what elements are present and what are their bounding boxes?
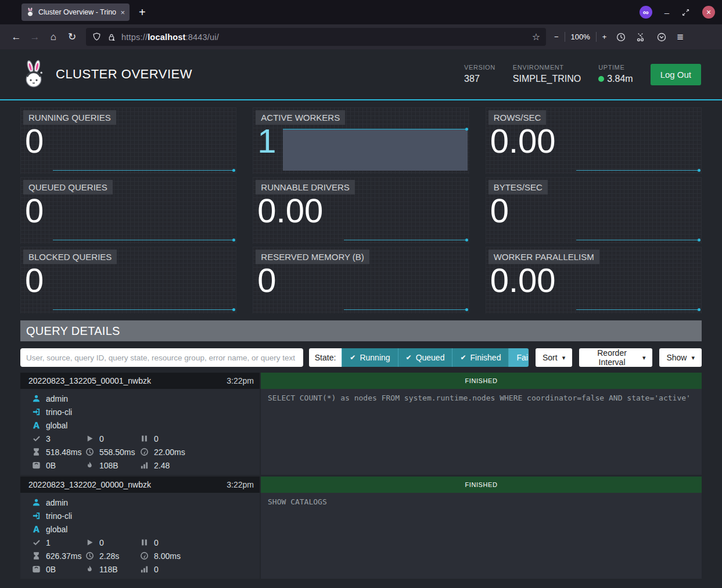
zoom-controls: − 100% + [554, 32, 606, 42]
zoom-out-button[interactable]: − [554, 33, 559, 41]
check-icon: ✔ [460, 353, 466, 362]
sparkline [576, 309, 700, 310]
query-id-link[interactable]: 20220823_132205_00001_nwbzk [28, 376, 151, 385]
tracking-shield-icon[interactable] [92, 32, 102, 42]
url-bar[interactable]: https://localhost:8443/ui/ ☆ [86, 28, 546, 46]
browser-window: Cluster Overview - Trino × + ∞ – × ← → ⌂… [0, 0, 722, 49]
cpu-time-clock-icon [85, 551, 94, 560]
screenshot-scissors-icon[interactable] [636, 32, 646, 42]
query-time: 3:22pm [227, 376, 254, 385]
reload-icon[interactable]: ↻ [63, 31, 81, 43]
separator [565, 32, 565, 42]
stat-panel-blocked-queries: BLOCKED QUERIES 0 [20, 247, 236, 313]
sparkline-area [283, 129, 467, 171]
uptime-block: UPTIME 3.84m [598, 64, 633, 84]
execution-time-gauge-icon [140, 448, 149, 456]
stat-panel-runnable-drivers: RUNNABLE DRIVERS 0.00 [253, 177, 469, 244]
filter-queued-button[interactable]: ✔ Queued [398, 348, 452, 367]
wall-time-hourglass-icon [32, 551, 41, 560]
stat-value: 0 [25, 122, 44, 160]
query-sql-text: SELECT COUNT(*) as nodes FROM system.run… [261, 389, 702, 475]
resource-group-road-icon [32, 525, 41, 533]
filter-running-button[interactable]: ✔ Running [342, 348, 397, 367]
back-icon[interactable]: ← [7, 31, 26, 43]
query-user: admin [46, 394, 68, 403]
version-value: 387 [464, 74, 495, 84]
stat-label: QUEUED QUERIES [23, 180, 113, 194]
cpu-time-clock-icon [85, 448, 94, 456]
bookmark-star-icon[interactable]: ☆ [532, 31, 540, 42]
query-search-input[interactable] [20, 348, 303, 367]
tab-close-icon[interactable]: × [120, 8, 125, 17]
query-list-item: 20220823_132205_00001_nwbzk 3:22pm FINIS… [20, 373, 702, 475]
running-splits-play-icon [85, 538, 94, 547]
filter-finished-button[interactable]: ✔ Finished [452, 348, 508, 367]
window-controls: ∞ – × [640, 6, 722, 19]
private-browsing-icon: ∞ [640, 6, 652, 19]
stat-label: BYTES/SEC [488, 180, 548, 194]
sparkline [344, 309, 468, 310]
query-stats: admin trino-cli global 3 0 0 518.48ms 55… [20, 389, 260, 475]
filter-failed-dropdown[interactable]: Failed ▾ [508, 348, 529, 367]
logout-button[interactable]: Log Out [651, 64, 701, 85]
parallelism-equalizer-icon [140, 461, 149, 470]
wall-time: 626.37ms [46, 551, 81, 561]
browser-toolbar: ← → ⌂ ↻ https://localhost:8443/ui/ ☆ − 1… [0, 24, 722, 49]
maximize-button[interactable] [681, 8, 690, 17]
sort-dropdown[interactable]: Sort ▾ [536, 348, 572, 367]
reorder-interval-dropdown[interactable]: Reorder Interval ▾ [579, 348, 652, 367]
show-dropdown[interactable]: Show ▾ [659, 348, 702, 367]
tab-title: Cluster Overview - Trino [38, 8, 116, 16]
uptime-status-dot [598, 76, 604, 82]
stat-panel-worker-parallelism: WORKER PARALLELISM 0.00 [486, 247, 702, 313]
completed-splits-check-icon [32, 434, 41, 443]
home-icon[interactable]: ⌂ [44, 31, 63, 43]
url-text: https://localhost:8443/ui/ [121, 33, 219, 42]
stat-value: 0.00 [490, 262, 556, 299]
version-block: VERSION 387 [464, 64, 495, 84]
lock-icon[interactable] [107, 33, 116, 42]
environment-block: ENVIRONMENT SIMPLE_TRINO [513, 64, 581, 84]
stat-label: RESERVED MEMORY (B) [256, 250, 369, 264]
resource-group-road-icon [32, 421, 41, 430]
query-status-bar: FINISHED [261, 373, 702, 389]
cumulative-memory: 118B [99, 565, 118, 574]
stat-label: WORKER PARALLELISM [488, 250, 599, 264]
queued-splits: 0 [154, 538, 159, 547]
history-clock-icon[interactable] [616, 32, 626, 42]
forward-icon[interactable]: → [26, 31, 44, 43]
running-splits: 0 [99, 538, 104, 547]
pocket-icon[interactable] [656, 32, 667, 42]
queued-splits-pause-icon [140, 434, 149, 443]
browser-tab[interactable]: Cluster Overview - Trino × [21, 3, 130, 21]
query-header: 20220823_132202_00000_nwbzk 3:22pm [20, 477, 260, 493]
zoom-in-button[interactable]: + [602, 33, 607, 41]
browser-tab-bar: Cluster Overview - Trino × + ∞ – × [0, 0, 722, 24]
menu-hamburger-icon[interactable]: ≡ [677, 31, 683, 44]
query-id-link[interactable]: 20220823_132202_00000_nwbzk [28, 480, 151, 489]
execution-time: 22.00ms [154, 448, 185, 457]
state-filter-group: State: ✔ Running ✔ Queued ✔ Finished Fai… [309, 348, 529, 367]
cumulative-memory: 108B [99, 461, 118, 470]
stat-value: 0 [25, 192, 44, 229]
trino-bunny-logo [21, 60, 46, 89]
completed-splits: 3 [46, 434, 51, 443]
new-tab-button[interactable]: + [139, 6, 146, 19]
execution-time: 8.00ms [154, 551, 181, 561]
query-list-item: 20220823_132202_00000_nwbzk 3:22pm FINIS… [20, 477, 702, 579]
user-icon [32, 498, 41, 507]
close-button[interactable]: × [702, 6, 715, 19]
queued-splits: 0 [154, 434, 159, 443]
check-icon: ✔ [350, 353, 355, 362]
wall-time-hourglass-icon [32, 448, 41, 456]
stat-panel-rows-sec: ROWS/SEC 0.00 [486, 107, 702, 174]
query-source: trino-cli [46, 407, 72, 417]
minimize-button[interactable]: – [664, 8, 669, 17]
stat-label: RUNNING QUERIES [23, 110, 116, 125]
cumulative-memory-fire-icon [85, 565, 94, 573]
query-status-bar: FINISHED [261, 477, 702, 493]
sparkline [53, 309, 235, 310]
zoom-level[interactable]: 100% [571, 33, 590, 41]
stat-panel-queued-queries: QUEUED QUERIES 0 [20, 177, 236, 244]
completed-splits-check-icon [32, 538, 41, 547]
